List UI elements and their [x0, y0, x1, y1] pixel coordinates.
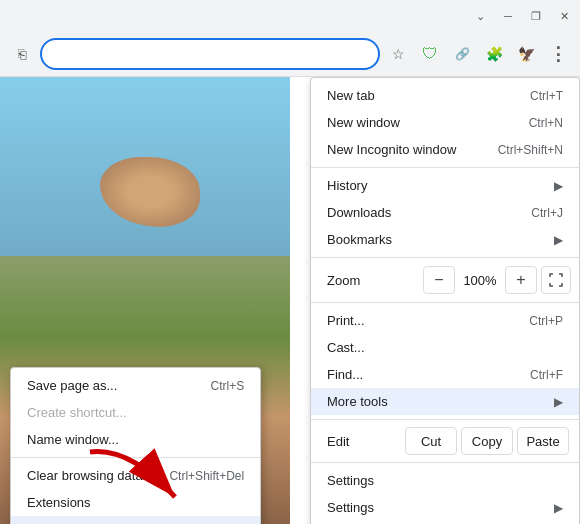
- extensions-item[interactable]: Extensions: [11, 489, 260, 516]
- title-bar: ⌄ ─ ❐ ✕: [0, 0, 580, 32]
- bookmarks-item[interactable]: Bookmarks ▶: [311, 226, 579, 253]
- history-item[interactable]: History ▶: [311, 172, 579, 199]
- new-tab-item[interactable]: New tab Ctrl+T: [311, 82, 579, 109]
- profile-icon[interactable]: 🦅: [512, 40, 540, 68]
- new-window-item[interactable]: New window Ctrl+N: [311, 109, 579, 136]
- zoom-row: Zoom − 100% +: [311, 262, 579, 298]
- separator: [311, 419, 579, 420]
- save-page-as-item[interactable]: Save page as... Ctrl+S: [11, 372, 260, 399]
- star-icon[interactable]: ☆: [384, 40, 412, 68]
- print-item[interactable]: Print... Ctrl+P: [311, 307, 579, 334]
- more-tools-item[interactable]: More tools ▶: [311, 388, 579, 415]
- copy-button[interactable]: Copy: [461, 427, 513, 455]
- clear-browsing-data-item[interactable]: Clear browsing data... Ctrl+Shift+Del: [11, 462, 260, 489]
- zoom-plus-button[interactable]: +: [505, 266, 537, 294]
- task-manager-item[interactable]: Task manager Shift+Esc: [11, 516, 260, 524]
- separator: [311, 302, 579, 303]
- separator: [311, 167, 579, 168]
- create-shortcut-item: Create shortcut...: [11, 399, 260, 426]
- downloads-item[interactable]: Downloads Ctrl+J: [311, 199, 579, 226]
- omnibox[interactable]: [40, 38, 380, 70]
- name-window-item[interactable]: Name window...: [11, 426, 260, 453]
- zoom-fullscreen-button[interactable]: [541, 266, 571, 294]
- separator: [311, 462, 579, 463]
- edit-row: Edit Cut Copy Paste: [311, 424, 579, 458]
- menu-button[interactable]: ⋮: [544, 40, 572, 68]
- puzzle-icon[interactable]: 🧩: [480, 40, 508, 68]
- toolbar: ⎗ ☆ 🛡 🔗 🧩 🦅 ⋮: [0, 32, 580, 76]
- zoom-value: 100%: [455, 273, 505, 288]
- page-content: Save page as... Ctrl+S Create shortcut..…: [0, 77, 580, 524]
- find-item[interactable]: Find... Ctrl+F: [311, 361, 579, 388]
- browser-chrome: ⌄ ─ ❐ ✕ ⎗ ☆ 🛡 🔗 🧩 🦅 ⋮: [0, 0, 580, 77]
- minimize-button[interactable]: ─: [500, 8, 516, 24]
- cast-item[interactable]: Cast...: [311, 334, 579, 361]
- zoom-minus-button[interactable]: −: [423, 266, 455, 294]
- separator: [311, 257, 579, 258]
- close-button[interactable]: ✕: [556, 8, 572, 24]
- share-icon[interactable]: ⎗: [8, 40, 36, 68]
- separator: [11, 457, 260, 458]
- more-tools-submenu: Save page as... Ctrl+S Create shortcut..…: [10, 367, 261, 524]
- chevron-icon[interactable]: ⌄: [472, 8, 488, 24]
- help-item[interactable]: Settings ▶: [311, 494, 579, 521]
- paste-button[interactable]: Paste: [517, 427, 569, 455]
- link-icon[interactable]: 🔗: [448, 40, 476, 68]
- new-incognito-item[interactable]: New Incognito window Ctrl+Shift+N: [311, 136, 579, 163]
- chrome-menu: New tab Ctrl+T New window Ctrl+N New Inc…: [310, 77, 580, 524]
- shield-icon[interactable]: 🛡: [416, 40, 444, 68]
- settings-item[interactable]: Settings: [311, 467, 579, 494]
- maximize-button[interactable]: ❐: [528, 8, 544, 24]
- cut-button[interactable]: Cut: [405, 427, 457, 455]
